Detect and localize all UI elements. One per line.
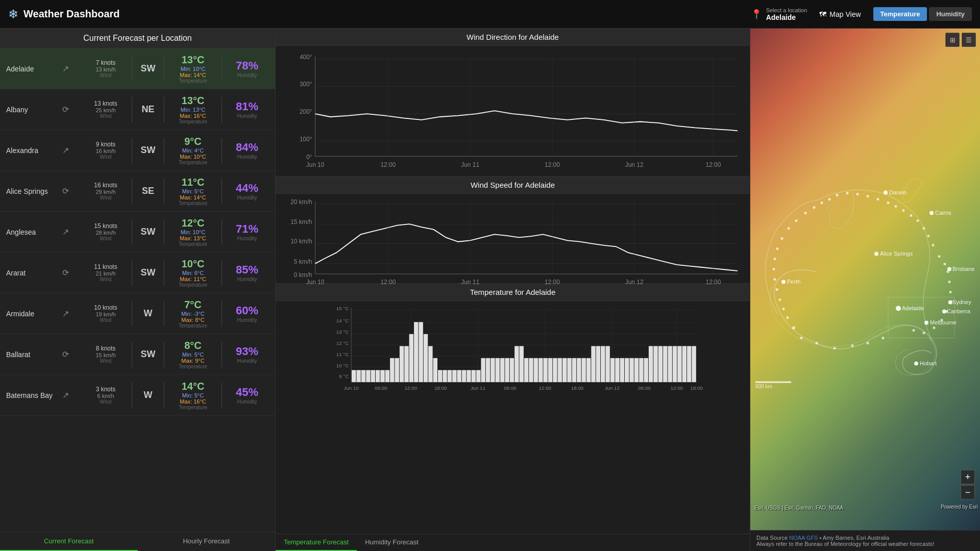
location-name: Adelaide bbox=[6, 65, 62, 73]
temperature-info: 14°C Min: 5°C Max: 16°C Temperature bbox=[167, 381, 218, 410]
svg-text:12:00: 12:00 bbox=[381, 161, 396, 168]
location-row[interactable]: Anglesea ↗ 15 knots 28 km/h Wind SW 12°C… bbox=[0, 212, 275, 253]
svg-text:12:00: 12:00 bbox=[706, 279, 721, 286]
location-row[interactable]: Alexandra ↗ 9 knots 16 km/h Wind SW 9°C … bbox=[0, 130, 275, 171]
wind-arrow-icon: ↗ bbox=[62, 64, 83, 73]
temp-main: 11°C bbox=[167, 177, 218, 188]
temp-bar bbox=[376, 370, 380, 382]
temp-bar bbox=[481, 358, 485, 382]
temp-label: Temperature bbox=[167, 119, 218, 124]
svg-point-105 bbox=[923, 332, 925, 334]
svg-text:600 km: 600 km bbox=[755, 384, 772, 389]
svg-text:10 km/h: 10 km/h bbox=[290, 238, 312, 245]
svg-rect-143 bbox=[888, 297, 954, 338]
temp-bar bbox=[605, 346, 609, 382]
humidity-tab-button[interactable]: Humidity bbox=[929, 7, 972, 21]
svg-text:Jun 11: Jun 11 bbox=[461, 279, 479, 286]
temp-bar bbox=[395, 358, 399, 382]
location-row[interactable]: Adelaide ↗ 7 knots 13 km/h Wind SW 13°C … bbox=[0, 48, 275, 89]
divider3 bbox=[222, 97, 222, 122]
svg-text:0 km/h: 0 km/h bbox=[294, 271, 312, 279]
wind-arrow-icon: ⟳ bbox=[62, 186, 83, 196]
map-zoom-out-button[interactable]: − bbox=[961, 485, 975, 499]
app-title: Weather Dashboard bbox=[23, 8, 120, 20]
map-container[interactable]: Darwin Cairns Alice Springs Brisbane Per… bbox=[750, 29, 980, 530]
humidity-forecast-tab[interactable]: Humidity Forecast bbox=[357, 534, 427, 551]
location-row[interactable]: Armidale ↗ 10 knots 19 km/h Wind W 7°C M… bbox=[0, 293, 275, 334]
wind-arrow-icon: ⟳ bbox=[62, 268, 83, 278]
humidity-percent: 85% bbox=[225, 263, 269, 277]
location-name: Albany bbox=[6, 106, 62, 114]
humidity-label: Humidity bbox=[225, 317, 269, 323]
temp-bar bbox=[424, 334, 428, 382]
divider bbox=[132, 97, 132, 122]
divider3 bbox=[222, 219, 222, 245]
location-label: Select a location bbox=[766, 7, 807, 13]
map-zoom-in-button[interactable]: + bbox=[961, 470, 975, 484]
temp-bar bbox=[371, 370, 375, 382]
location-name: Ararat bbox=[6, 269, 62, 277]
temp-bar bbox=[567, 358, 571, 382]
temp-bar bbox=[366, 370, 370, 382]
location-row[interactable]: Albany ⟳ 13 knots 25 km/h Wind NE 13°C M… bbox=[0, 89, 275, 130]
temp-bar bbox=[529, 358, 533, 382]
temperature-forecast-tab[interactable]: Temperature Forecast bbox=[276, 534, 357, 551]
temperature-info: 10°C Min: 6°C Max: 11°C Temperature bbox=[167, 258, 218, 288]
wind-direction-label: SW bbox=[135, 267, 161, 278]
svg-text:Darwin: Darwin bbox=[889, 189, 906, 195]
wind-direction-label: SW bbox=[135, 145, 161, 156]
location-select[interactable]: 📍 Select a location Adelaide bbox=[751, 7, 807, 21]
wind-knots: 13 knots bbox=[83, 100, 129, 107]
location-name: Alice Springs bbox=[6, 187, 62, 195]
svg-text:0°: 0° bbox=[306, 154, 312, 161]
divider bbox=[132, 383, 132, 408]
middle-panel: Wind Direction for Adelaide 400° 300° 20… bbox=[276, 29, 750, 551]
svg-point-120 bbox=[902, 209, 905, 212]
temp-bar bbox=[419, 322, 423, 382]
humidity-info: 93% Humidity bbox=[225, 345, 269, 364]
wind-direction-section: Wind Direction for Adelaide 400° 300° 20… bbox=[276, 29, 750, 177]
location-row[interactable]: Ararat ⟳ 11 knots 21 km/h Wind SW 10°C M… bbox=[0, 253, 275, 293]
current-forecast-tab[interactable]: Current Forecast bbox=[0, 532, 138, 551]
pin-icon: 📍 bbox=[751, 9, 762, 20]
svg-point-141 bbox=[782, 308, 785, 310]
location-name: Armidale bbox=[6, 310, 62, 318]
svg-text:Jun 10: Jun 10 bbox=[306, 161, 325, 168]
svg-text:12:00: 12:00 bbox=[545, 279, 560, 286]
temp-label: Temperature bbox=[167, 364, 218, 369]
temperature-chart: 15 °C 14 °C 13 °C 12 °C 11 °C 10 °C 9 °C bbox=[282, 305, 744, 399]
temp-max: Max: 13°C bbox=[167, 235, 218, 241]
header-right: 📍 Select a location Adelaide 🗺 Map View … bbox=[751, 7, 972, 21]
humidity-percent: 84% bbox=[225, 141, 269, 154]
svg-text:Alice Springs: Alice Springs bbox=[880, 251, 913, 257]
location-text: Select a location Adelaide bbox=[766, 7, 807, 21]
temp-min: Min: 10°C bbox=[167, 66, 218, 72]
svg-point-93 bbox=[924, 321, 928, 325]
esri-attribution: Powered by Esri bbox=[941, 504, 978, 510]
svg-point-79 bbox=[929, 211, 934, 215]
temp-label: Temperature bbox=[167, 78, 218, 84]
snowflake-icon: ❄ bbox=[8, 7, 18, 21]
map-home-icon-button[interactable]: ⊞ bbox=[945, 33, 960, 47]
temperature-tab-button[interactable]: Temperature bbox=[873, 7, 927, 21]
map-provider-label: Esri, USGS | Esri, Garmin, FAO, NOAA bbox=[754, 505, 843, 511]
hourly-forecast-tab[interactable]: Hourly Forecast bbox=[138, 532, 276, 551]
temp-bar bbox=[520, 346, 524, 382]
divider2 bbox=[164, 260, 164, 286]
wind-arrow-icon: ↗ bbox=[62, 390, 83, 400]
svg-point-135 bbox=[776, 247, 779, 250]
temp-max: Max: 14°C bbox=[167, 194, 218, 201]
location-row[interactable]: Batemans Bay ↗ 3 knots 6 km/h Wind W 14°… bbox=[0, 375, 275, 416]
map-list-icon-button[interactable]: ☰ bbox=[962, 33, 976, 47]
map-view-button[interactable]: 🗺 Map View bbox=[819, 10, 861, 18]
noaa-link[interactable]: NOAA GFS bbox=[789, 535, 818, 541]
svg-text:Jun 12: Jun 12 bbox=[625, 161, 644, 168]
svg-point-133 bbox=[788, 227, 790, 230]
divider2 bbox=[164, 97, 164, 122]
wind-direction-label: SW bbox=[135, 63, 161, 74]
location-row[interactable]: Ballarat ⟳ 8 knots 15 km/h Wind SW 8°C M… bbox=[0, 334, 275, 375]
wind-knots: 9 knots bbox=[83, 141, 129, 148]
svg-point-85 bbox=[781, 280, 786, 284]
svg-point-119 bbox=[910, 214, 913, 217]
location-row[interactable]: Alice Springs ⟳ 16 knots 29 km/h Wind SE… bbox=[0, 171, 275, 212]
